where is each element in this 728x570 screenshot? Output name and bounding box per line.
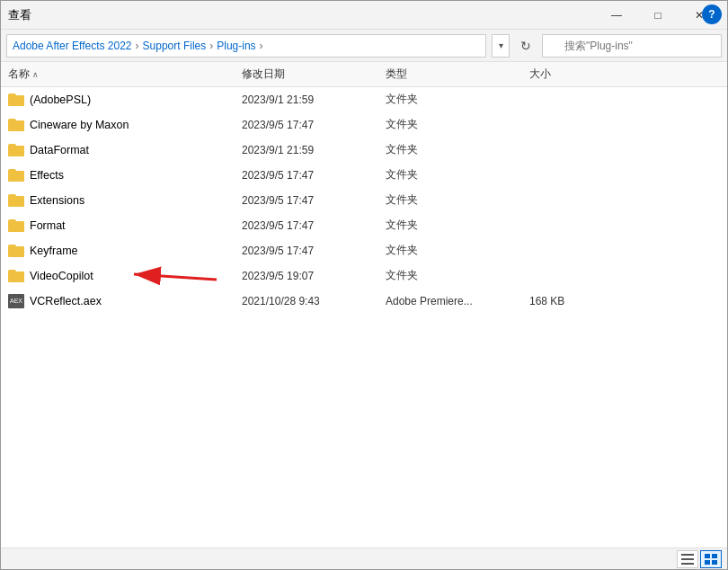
breadcrumb-sep-3: › — [260, 40, 263, 52]
table-row[interactable]: Cineware by Maxon 2023/9/5 17:47 文件夹 — [8, 112, 720, 138]
table-row[interactable]: (AdobePSL) 2023/9/1 21:59 文件夹 — [8, 87, 720, 112]
col-header-date[interactable]: 修改日期 — [242, 67, 386, 82]
file-type: 文件夹 — [386, 167, 529, 183]
file-name-cell: Format — [8, 219, 242, 232]
breadcrumb[interactable]: Adobe After Effects 2022 › Support Files… — [6, 34, 486, 58]
window-title: 查看 — [8, 7, 596, 23]
folder-icon — [8, 94, 24, 106]
file-name: Extensions — [30, 194, 84, 207]
breadcrumb-item-3[interactable]: Plug-ins — [217, 40, 255, 52]
file-date: 2023/9/5 17:47 — [242, 169, 386, 182]
col-header-type[interactable]: 类型 — [386, 67, 529, 82]
table-row[interactable]: AEX VCReflect.aex 2021/10/28 9:43 Adobe … — [8, 289, 720, 314]
file-name-cell: Cineware by Maxon — [8, 119, 242, 131]
file-type: 文件夹 — [386, 192, 529, 208]
file-type: 文件夹 — [386, 142, 529, 157]
view-grid-button[interactable] — [700, 550, 722, 568]
file-type: 文件夹 — [386, 268, 529, 283]
file-date: 2023/9/1 21:59 — [242, 144, 386, 156]
title-bar: 查看 — □ ✕ — [1, 1, 727, 30]
folder-icon — [8, 245, 24, 257]
file-date: 2023/9/5 17:47 — [242, 194, 386, 207]
table-row[interactable]: DataFormat 2023/9/1 21:59 文件夹 — [8, 138, 720, 163]
maximize-button[interactable]: □ — [637, 1, 679, 30]
file-list: (AdobePSL) 2023/9/1 21:59 文件夹 Cineware b… — [1, 87, 727, 548]
breadcrumb-sep-1: › — [136, 40, 139, 52]
file-type: 文件夹 — [386, 92, 529, 107]
file-name: Effects — [30, 169, 64, 182]
file-name: Format — [30, 219, 66, 232]
status-bar — [1, 548, 727, 569]
file-date: 2023/9/5 17:47 — [242, 219, 386, 232]
search-wrapper: 🔍 — [542, 34, 722, 58]
folder-icon — [8, 169, 24, 182]
svg-rect-5 — [705, 560, 710, 565]
search-input[interactable] — [542, 34, 722, 58]
folder-icon — [8, 144, 24, 156]
file-date: 2023/9/5 19:07 — [242, 270, 386, 282]
svg-rect-1 — [681, 558, 694, 560]
folder-icon — [8, 270, 24, 282]
svg-rect-2 — [681, 563, 694, 565]
file-name: Keyframe — [30, 245, 78, 257]
file-name-cell: DataFormat — [8, 144, 242, 156]
file-name: Cineware by Maxon — [30, 119, 129, 131]
file-name-cell: AEX VCReflect.aex — [8, 294, 242, 308]
folder-icon — [8, 119, 24, 131]
minimize-button[interactable]: — — [596, 1, 637, 30]
table-row[interactable]: Keyframe 2023/9/5 17:47 文件夹 — [8, 238, 720, 263]
table-row[interactable]: Extensions 2023/9/5 17:47 文件夹 — [8, 188, 720, 213]
file-name-cell: Effects — [8, 169, 242, 182]
table-row[interactable]: Format 2023/9/5 17:47 文件夹 — [8, 213, 720, 238]
col-header-name[interactable]: 名称 ∧ — [8, 67, 242, 82]
view-list-button[interactable] — [677, 550, 698, 568]
breadcrumb-dropdown[interactable]: ▾ — [492, 34, 510, 58]
breadcrumb-item-1[interactable]: Adobe After Effects 2022 — [13, 40, 132, 52]
svg-rect-0 — [681, 554, 694, 556]
file-name-cell: Keyframe — [8, 245, 242, 257]
svg-rect-6 — [712, 560, 717, 565]
file-name: DataFormat — [30, 144, 89, 156]
file-date: 2023/9/1 21:59 — [242, 94, 386, 106]
file-name: VideoCopilot — [30, 270, 93, 282]
column-headers: 名称 ∧ 修改日期 类型 大小 — [1, 62, 727, 87]
help-button[interactable]: ? — [702, 4, 722, 24]
aex-file-icon: AEX — [8, 294, 24, 308]
file-type: 文件夹 — [386, 117, 529, 132]
sort-arrow-icon: ∧ — [32, 70, 39, 79]
folder-icon — [8, 194, 24, 207]
file-name-cell: (AdobePSL) — [8, 94, 242, 106]
breadcrumb-item-2[interactable]: Support Files — [143, 40, 207, 52]
file-name: VCReflect.aex — [30, 295, 102, 307]
file-date: 2021/10/28 9:43 — [242, 295, 386, 307]
file-name-cell: VideoCopilot — [8, 270, 242, 282]
refresh-button[interactable]: ↻ — [513, 34, 538, 58]
breadcrumb-sep-2: › — [209, 40, 213, 52]
file-type: Adobe Premiere... — [386, 295, 529, 307]
file-type: 文件夹 — [386, 243, 529, 258]
file-name: (AdobePSL) — [30, 94, 91, 106]
file-type: 文件夹 — [386, 218, 529, 233]
file-size: 168 KB — [529, 295, 619, 307]
table-row[interactable]: VideoCopilot 2023/9/5 19:07 文件夹 — [8, 263, 720, 289]
svg-rect-4 — [712, 554, 717, 558]
col-header-size[interactable]: 大小 — [529, 67, 619, 82]
svg-rect-3 — [705, 554, 710, 558]
address-bar: Adobe After Effects 2022 › Support Files… — [1, 30, 727, 62]
main-window: 查看 — □ ✕ Adobe After Effects 2022 › Supp… — [0, 0, 728, 570]
folder-icon — [8, 219, 24, 232]
file-name-cell: Extensions — [8, 194, 242, 207]
file-date: 2023/9/5 17:47 — [242, 245, 386, 257]
table-row[interactable]: Effects 2023/9/5 17:47 文件夹 — [8, 163, 720, 188]
file-date: 2023/9/5 17:47 — [242, 119, 386, 131]
